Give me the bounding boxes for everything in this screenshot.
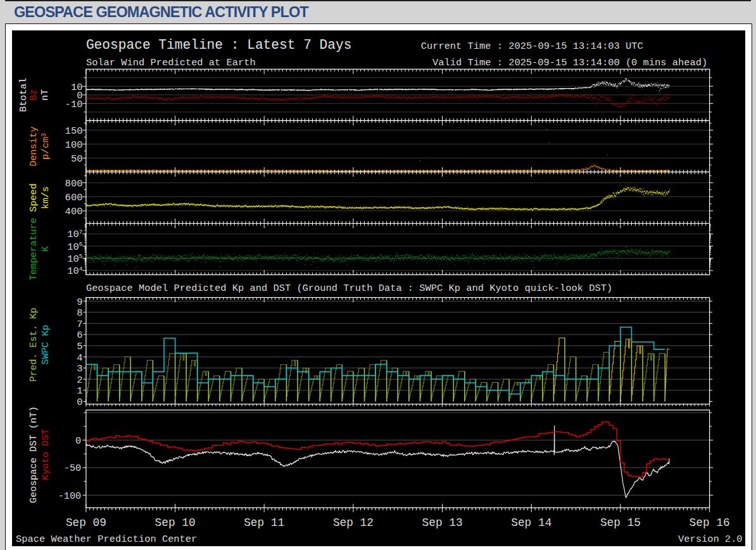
svg-text:Current Time : 2025-09-15 13:1: Current Time : 2025-09-15 13:14:03 UTC <box>421 41 643 52</box>
svg-text:Valid Time : 2025-09-15 13:14:: Valid Time : 2025-09-15 13:14:00 (0 mins… <box>432 57 707 68</box>
svg-text:Geospace Model Predicted Kp an: Geospace Model Predicted Kp and DST (Gro… <box>86 283 612 294</box>
svg-text:Sep 09: Sep 09 <box>66 516 106 529</box>
svg-text:-100: -100 <box>58 490 81 502</box>
svg-text:Sep 15: Sep 15 <box>600 516 641 529</box>
svg-text:Speed: Speed <box>28 183 39 212</box>
svg-text:50: 50 <box>71 153 83 165</box>
svg-text:K: K <box>41 246 51 252</box>
svg-text:2: 2 <box>77 374 82 386</box>
svg-text:800: 800 <box>65 178 83 189</box>
svg-text:-10: -10 <box>65 99 83 110</box>
svg-text:-50: -50 <box>64 463 81 474</box>
svg-text:p/cm3: p/cm3 <box>41 133 51 160</box>
svg-text:Temperature: Temperature <box>28 218 39 281</box>
svg-text:0: 0 <box>77 397 82 408</box>
svg-text:9: 9 <box>77 297 82 308</box>
svg-text:Sep 12: Sep 12 <box>333 516 374 529</box>
svg-text:400: 400 <box>65 206 83 217</box>
svg-text:150: 150 <box>65 125 83 137</box>
svg-text:Geospace DST (nT): Geospace DST (nT) <box>28 406 39 503</box>
svg-text:Sep 10: Sep 10 <box>155 516 196 529</box>
svg-text:107: 107 <box>67 229 82 241</box>
svg-text:7: 7 <box>77 319 82 330</box>
svg-text:Bz: Bz <box>29 89 40 101</box>
svg-text:4: 4 <box>77 352 82 364</box>
svg-text:100: 100 <box>65 139 83 151</box>
svg-text:1: 1 <box>77 385 82 397</box>
svg-text:106: 106 <box>67 241 83 253</box>
svg-text:Sep 16: Sep 16 <box>690 516 730 529</box>
svg-text:0: 0 <box>75 435 81 447</box>
svg-text:105: 105 <box>67 253 83 265</box>
svg-text:Density: Density <box>28 126 39 166</box>
svg-text:8: 8 <box>77 307 82 319</box>
svg-text:Sep 11: Sep 11 <box>244 516 284 529</box>
svg-text:SWPC Kp: SWPC Kp <box>41 324 51 364</box>
svg-text:Geospace Timeline : Latest 7 D: Geospace Timeline : Latest 7 Days <box>86 37 352 53</box>
svg-text:Sep 13: Sep 13 <box>422 516 463 529</box>
svg-text:104: 104 <box>67 265 83 278</box>
svg-text:Kyoto DST: Kyoto DST <box>41 429 51 480</box>
svg-text:Version 2.0: Version 2.0 <box>678 534 743 545</box>
svg-text:km/s: km/s <box>41 186 51 209</box>
svg-text:5: 5 <box>77 341 82 352</box>
svg-text:600: 600 <box>65 192 83 203</box>
svg-text:Btotal: Btotal <box>18 78 29 112</box>
svg-text:Sep 14: Sep 14 <box>511 516 551 529</box>
svg-text:Pred. Est. Kp: Pred. Est. Kp <box>28 307 39 381</box>
svg-text:3: 3 <box>77 363 82 374</box>
svg-text:Space Weather Prediction Cente: Space Weather Prediction Center <box>16 534 197 545</box>
svg-text:Solar Wind Predicted at Earth: Solar Wind Predicted at Earth <box>86 57 256 68</box>
svg-text:6: 6 <box>77 329 82 341</box>
svg-text:nT: nT <box>41 89 51 101</box>
